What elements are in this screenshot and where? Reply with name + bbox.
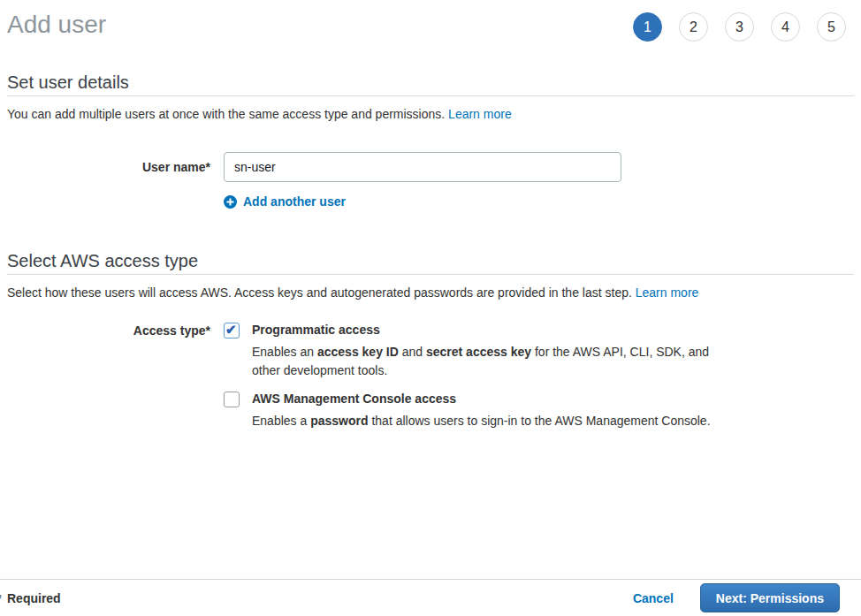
user-details-description-text: You can add multiple users at once with …	[7, 107, 445, 121]
access-type-form-row: Access type* Programmatic access Enables…	[7, 323, 854, 430]
step-5[interactable]: 5	[817, 12, 846, 42]
access-type-options: Programmatic access Enables an access ke…	[224, 323, 713, 430]
plus-circle-icon[interactable]	[224, 195, 237, 209]
access-type-label: Access type*	[7, 323, 210, 430]
step-2[interactable]: 2	[679, 12, 708, 42]
cancel-button[interactable]: Cancel	[633, 591, 674, 605]
step-1[interactable]: 1	[633, 12, 662, 42]
add-user-page: Add user 1 2 3 4 5 Set user details You …	[0, 11, 861, 430]
add-another-user-row[interactable]: Add another user	[224, 194, 854, 209]
programmatic-access-checkbox[interactable]	[224, 323, 240, 338]
username-input[interactable]	[224, 152, 621, 182]
programmatic-access-description: Enables an access key ID and secret acce…	[252, 343, 713, 380]
section-heading-user-details: Set user details	[7, 72, 854, 96]
step-3[interactable]: 3	[725, 12, 754, 42]
option-console-access: AWS Management Console access Enables a …	[224, 392, 713, 430]
next-permissions-button[interactable]: Next: Permissions	[700, 583, 840, 612]
learn-more-link-access-type[interactable]: Learn more	[636, 285, 699, 300]
username-form-row: User name*	[7, 152, 854, 182]
option-programmatic-access: Programmatic access Enables an access ke…	[224, 323, 713, 380]
add-another-user-link[interactable]: Add another user	[243, 194, 346, 209]
learn-more-link-user-details[interactable]: Learn more	[448, 107, 512, 121]
access-type-description: Select how these users will access AWS. …	[7, 285, 854, 300]
footer-bar: * Required Cancel Next: Permissions	[0, 579, 861, 616]
programmatic-access-title: Programmatic access	[252, 323, 713, 338]
programmatic-access-body: Programmatic access Enables an access ke…	[252, 323, 713, 380]
section-heading-access-type: Select AWS access type	[7, 251, 854, 275]
user-details-description: You can add multiple users at once with …	[7, 107, 854, 121]
console-access-body: AWS Management Console access Enables a …	[252, 392, 711, 430]
step-4[interactable]: 4	[771, 12, 800, 42]
required-label: Required	[7, 591, 61, 605]
console-access-title: AWS Management Console access	[252, 392, 711, 407]
console-access-description: Enables a password that allows users to …	[252, 412, 711, 430]
step-indicator: 1 2 3 4 5	[633, 12, 846, 42]
required-asterisk: *	[0, 591, 1, 605]
console-access-checkbox[interactable]	[224, 392, 240, 407]
username-label: User name*	[7, 152, 210, 182]
access-type-description-text: Select how these users will access AWS. …	[7, 285, 632, 300]
